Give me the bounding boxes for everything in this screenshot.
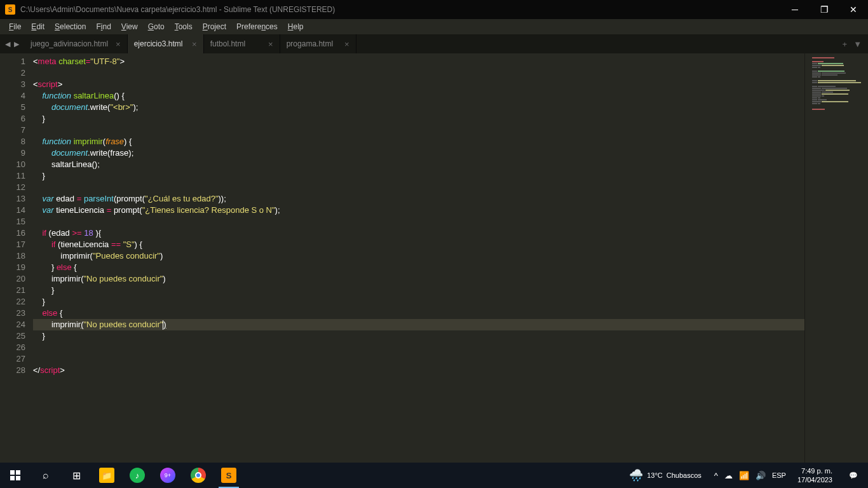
line-number: 7 (0, 125, 25, 136)
menu-selection[interactable]: Selection (50, 20, 91, 33)
line-number: 13 (0, 193, 25, 205)
task-view-icon[interactable]: ⊞ (61, 463, 92, 488)
tab-close-icon[interactable]: × (261, 39, 273, 49)
app-icon: S (5, 4, 15, 15)
tab-prev-icon[interactable]: ◀ (5, 40, 10, 48)
line-number: 9 (0, 147, 25, 159)
line-number: 27 (0, 353, 25, 365)
line-number: 17 (0, 239, 25, 250)
start-button[interactable] (0, 463, 31, 488)
taskbar-clock[interactable]: 7:49 p. m. 17/04/2023 (791, 466, 839, 485)
taskbar-app-pink[interactable]: 9+ (153, 463, 183, 488)
tab-close-icon[interactable]: × (184, 39, 197, 49)
tab-close-icon[interactable]: × (337, 39, 349, 49)
svg-rect-3 (16, 476, 20, 480)
tab-label: juego_adivinacion.html (31, 39, 108, 48)
line-number: 3 (0, 79, 25, 90)
line-number: 19 (0, 262, 25, 273)
line-number: 1 (0, 56, 25, 67)
code-area[interactable]: <meta charset="UTF-8"> <script> function… (33, 53, 804, 465)
weather-icon: 🌧️ (629, 468, 643, 482)
tray-volume-icon[interactable]: 🔊 (756, 471, 766, 480)
window-controls: ─ ❐ ✕ (780, 0, 868, 19)
line-number: 6 (0, 113, 25, 125)
taskbar-spotify[interactable]: ♪ (122, 463, 153, 488)
tray-chevron-icon[interactable]: ^ (714, 471, 718, 480)
line-number: 11 (0, 170, 25, 182)
gutter: 1 2 3 4 5 6 7 8 9 10 11 12 13 14 15 16 1… (0, 53, 33, 465)
menu-find[interactable]: Find (91, 20, 116, 33)
clock-date: 17/04/2023 (797, 475, 832, 484)
line-number: 14 (0, 205, 25, 216)
line-number: 10 (0, 159, 25, 170)
line-number: 12 (0, 182, 25, 193)
minimap[interactable] (804, 53, 868, 465)
tabbar: ◀ ▶ juego_adivinacion.html × ejercicio3.… (0, 34, 868, 53)
menubar: File Edit Selection Find View Goto Tools… (0, 19, 868, 34)
tab-next-icon[interactable]: ▶ (14, 40, 19, 48)
svg-rect-0 (10, 470, 15, 475)
line-number: 5 (0, 102, 25, 113)
search-icon[interactable]: ⌕ (31, 463, 61, 488)
svg-rect-2 (10, 476, 15, 480)
tab-ejercicio3[interactable]: ejercicio3.html × (128, 34, 204, 53)
tab-label: futbol.html (210, 39, 245, 48)
tab-progama[interactable]: progama.html × (280, 34, 356, 53)
tab-futbol[interactable]: futbol.html × (204, 34, 280, 53)
menu-file[interactable]: File (4, 20, 26, 33)
menu-edit[interactable]: Edit (26, 20, 50, 33)
line-number: 15 (0, 216, 25, 227)
menu-view[interactable]: View (116, 20, 143, 33)
line-number: 8 (0, 136, 25, 147)
line-number: 23 (0, 308, 25, 319)
menu-help[interactable]: Help (283, 20, 309, 33)
tab-dropdown-icon[interactable]: ▼ (853, 39, 862, 49)
tabbar-right: + ▼ (843, 34, 868, 53)
tray-onedrive-icon[interactable]: ☁ (724, 471, 733, 480)
tray-language[interactable]: ESP (772, 471, 786, 479)
line-number: 16 (0, 227, 25, 239)
line-number: 22 (0, 296, 25, 308)
line-number: 28 (0, 365, 25, 376)
taskbar-explorer[interactable]: 📁 (92, 463, 122, 488)
window-title: C:\Users\Admin\Documents\Nueva carpeta\e… (20, 5, 780, 14)
tab-label: ejercicio3.html (134, 39, 183, 48)
taskbar: ⌕ ⊞ 📁 ♪ 9+ S 🌧️ 13°C Chubascos ^ ☁ 📶 🔊 E… (0, 463, 868, 488)
tab-history-nav: ◀ ▶ (0, 34, 24, 53)
taskbar-chrome[interactable] (183, 463, 214, 488)
taskbar-weather[interactable]: 🌧️ 13°C Chubascos (621, 468, 709, 482)
line-number: 4 (0, 90, 25, 102)
line-number: 20 (0, 273, 25, 285)
weather-temp: 13°C (647, 471, 663, 479)
maximize-button[interactable]: ❐ (810, 0, 839, 19)
line-number: 18 (0, 250, 25, 262)
menu-tools[interactable]: Tools (170, 20, 198, 33)
line-number: 21 (0, 285, 25, 296)
tray-wifi-icon[interactable]: 📶 (739, 471, 749, 480)
menu-preferences[interactable]: Preferences (231, 20, 283, 33)
svg-rect-1 (16, 470, 20, 475)
line-number: 26 (0, 342, 25, 353)
clock-time: 7:49 p. m. (797, 466, 832, 475)
tab-label: progama.html (287, 39, 333, 48)
close-button[interactable]: ✕ (839, 0, 868, 19)
editor: 1 2 3 4 5 6 7 8 9 10 11 12 13 14 15 16 1… (0, 53, 868, 465)
minimize-button[interactable]: ─ (780, 0, 810, 19)
weather-desc: Chubascos (667, 471, 702, 479)
line-number: 2 (0, 67, 25, 79)
tab-juego[interactable]: juego_adivinacion.html × (24, 34, 128, 53)
line-number: 25 (0, 330, 25, 342)
line-number: 24 (0, 319, 25, 330)
new-tab-icon[interactable]: + (843, 39, 848, 49)
tab-close-icon[interactable]: × (108, 39, 121, 49)
menu-goto[interactable]: Goto (143, 20, 170, 33)
taskbar-sublime[interactable]: S (214, 463, 244, 488)
titlebar: S C:\Users\Admin\Documents\Nueva carpeta… (0, 0, 868, 19)
notifications-icon[interactable]: 💬 (839, 471, 868, 480)
menu-project[interactable]: Project (198, 20, 231, 33)
